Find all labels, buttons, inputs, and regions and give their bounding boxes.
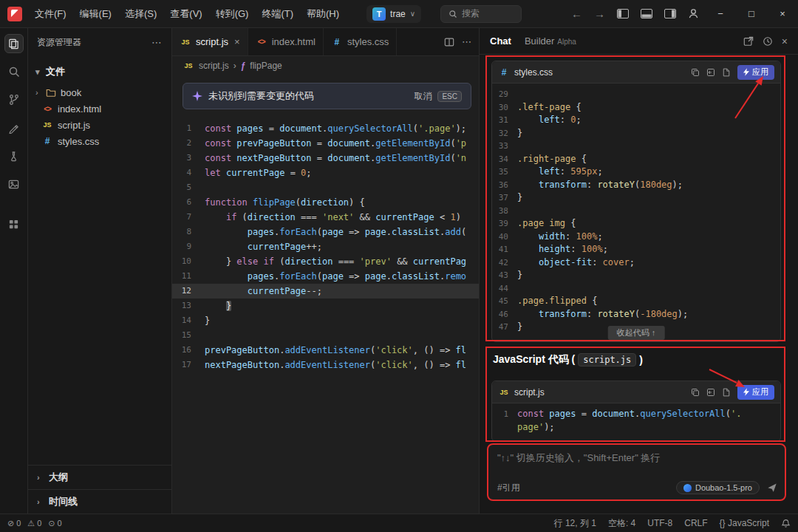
tree-item-book[interactable]: › book bbox=[28, 84, 171, 100]
indentation[interactable]: 空格: 4 bbox=[608, 517, 635, 530]
more-actions-icon[interactable]: ⋯ bbox=[462, 36, 471, 47]
info-status[interactable]: ⊙0 bbox=[48, 519, 61, 528]
encoding[interactable]: UTF-8 bbox=[647, 518, 672, 528]
js-code-card: JS script.js 应用 1const pages = document.… bbox=[491, 381, 781, 442]
back-icon[interactable]: ← bbox=[565, 7, 588, 20]
search-icon[interactable] bbox=[4, 62, 24, 81]
menu-terminal[interactable]: 终端(T) bbox=[255, 4, 300, 24]
esc-key-chip[interactable]: ESC bbox=[437, 91, 462, 102]
chevron-right-icon: › bbox=[37, 473, 43, 482]
image-icon[interactable] bbox=[4, 174, 24, 194]
close-tab-icon[interactable]: × bbox=[234, 36, 240, 47]
language-mode[interactable]: {} JavaScript bbox=[720, 518, 769, 528]
close-panel-icon[interactable]: × bbox=[782, 35, 788, 47]
menu-selection[interactable]: 选择(S) bbox=[118, 4, 163, 24]
bolt-icon bbox=[743, 68, 749, 76]
tree-item-styles-css[interactable]: # styles.css bbox=[28, 133, 171, 149]
account-icon[interactable] bbox=[682, 8, 705, 19]
banner-text: 未识别到需要变更的代码 bbox=[208, 89, 314, 103]
menu-goto[interactable]: 转到(G) bbox=[209, 4, 256, 24]
tab-label: styles.css bbox=[347, 36, 389, 47]
workspace-switcher[interactable]: T trae ∨ bbox=[366, 5, 421, 23]
model-selector[interactable]: Doubao-1.5-pro bbox=[676, 481, 760, 494]
chevron-right-icon: › bbox=[35, 88, 41, 97]
html-file-icon: <> bbox=[41, 105, 53, 113]
menu-file[interactable]: 文件(F) bbox=[28, 4, 73, 24]
insert-code-icon[interactable] bbox=[706, 388, 715, 397]
tab-styles-css[interactable]: # styles.css bbox=[324, 28, 397, 55]
code-editor[interactable]: 1const pages = document.querySelectorAll… bbox=[172, 75, 479, 514]
maximize-button[interactable]: □ bbox=[736, 0, 767, 28]
apps-grid-icon[interactable] bbox=[4, 214, 24, 233]
breadcrumb: JS script.js › ƒ flipPage bbox=[172, 56, 479, 75]
breadcrumb-file[interactable]: script.js bbox=[199, 61, 229, 71]
explorer-icon[interactable] bbox=[4, 34, 24, 53]
split-editor-icon[interactable] bbox=[444, 37, 454, 47]
tab-script-js[interactable]: JS script.js × bbox=[172, 28, 248, 55]
menu-view[interactable]: 查看(V) bbox=[163, 4, 208, 24]
chevron-right-icon: › bbox=[37, 497, 43, 506]
copy-icon[interactable] bbox=[691, 68, 700, 77]
copy-icon[interactable] bbox=[691, 388, 700, 397]
notifications-bell-icon[interactable] bbox=[781, 519, 791, 528]
sidebar-title: 资源管理器 bbox=[37, 36, 81, 49]
ai-banner: 未识别到需要变更的代码 取消 ESC bbox=[183, 83, 471, 109]
alpha-badge: Alpha bbox=[557, 38, 576, 46]
cancel-button[interactable]: 取消 bbox=[414, 90, 432, 103]
reference-button[interactable]: #引用 bbox=[497, 482, 520, 494]
new-chat-icon[interactable] bbox=[743, 36, 754, 47]
titlebar-actions: ← → − □ × bbox=[565, 0, 798, 28]
insert-code-icon[interactable] bbox=[706, 68, 715, 77]
timeline-label: 时间线 bbox=[49, 495, 78, 508]
files-section-header[interactable]: ▾ 文件 bbox=[28, 62, 171, 81]
tree-item-script-js[interactable]: JS script.js bbox=[28, 117, 171, 133]
search-icon bbox=[449, 10, 457, 18]
layout-sidebar-left-icon[interactable] bbox=[611, 9, 635, 18]
apply-button-css[interactable]: 应用 bbox=[737, 65, 774, 80]
editor-group: JS script.js × <> index.html # styles.cs… bbox=[172, 28, 479, 514]
forward-icon[interactable]: → bbox=[588, 7, 611, 20]
chevron-down-icon: ▾ bbox=[35, 67, 41, 77]
tab-index-html[interactable]: <> index.html bbox=[248, 28, 324, 55]
timeline-section[interactable]: › 时间线 bbox=[28, 489, 171, 514]
files-section-label: 文件 bbox=[46, 65, 65, 78]
source-control-icon[interactable] bbox=[4, 90, 24, 109]
app-window: 文件(F) 编辑(E) 选择(S) 查看(V) 转到(G) 终端(T) 帮助(H… bbox=[0, 0, 798, 532]
close-button[interactable]: × bbox=[767, 0, 798, 28]
errors-status[interactable]: ⊘0 bbox=[7, 519, 21, 528]
eol-sequence[interactable]: CRLF bbox=[684, 518, 707, 528]
more-actions-icon[interactable]: ⋯ bbox=[151, 36, 163, 48]
tree-item-index-html[interactable]: <> index.html bbox=[28, 100, 171, 117]
css-file-icon: # bbox=[331, 37, 343, 47]
layout-sidebar-right-icon[interactable] bbox=[658, 9, 682, 18]
breadcrumb-symbol[interactable]: flipPage bbox=[250, 61, 282, 71]
outline-section[interactable]: › 大纲 bbox=[28, 465, 171, 489]
tab-builder[interactable]: Builder Alpha bbox=[525, 35, 576, 47]
css-code-lines: 2930.left-page {31 left: 0;32}3334.right… bbox=[492, 83, 780, 341]
flask-icon[interactable] bbox=[4, 146, 24, 166]
menu-edit[interactable]: 编辑(E) bbox=[73, 4, 118, 24]
tab-chat[interactable]: Chat bbox=[490, 35, 511, 47]
chat-input[interactable]: "↑↓" 切换历史输入，"Shift+Enter" 换行 #引用 Doubao-… bbox=[487, 443, 786, 501]
minimize-button[interactable]: − bbox=[705, 0, 736, 28]
inline-code-chip: script.js bbox=[578, 353, 636, 366]
chat-panel: Chat Builder Alpha × # styles.css bbox=[479, 28, 798, 514]
folder-icon bbox=[46, 88, 56, 97]
error-icon: ⊘ bbox=[7, 519, 14, 528]
history-icon[interactable] bbox=[763, 36, 773, 47]
warnings-status[interactable]: ⚠0 bbox=[27, 519, 41, 528]
new-file-icon[interactable] bbox=[722, 388, 731, 397]
send-icon[interactable] bbox=[767, 482, 777, 493]
css-file-icon: # bbox=[498, 67, 510, 78]
css-code-card: # styles.css 应用 2930.left-page {31 left:… bbox=[491, 61, 781, 342]
menu-help[interactable]: 帮助(H) bbox=[300, 4, 346, 24]
new-file-icon[interactable] bbox=[722, 68, 731, 77]
bolt-icon bbox=[743, 388, 749, 396]
collapse-code-button[interactable]: 收起代码 ↑ bbox=[608, 326, 665, 340]
model-logo-icon bbox=[683, 484, 692, 492]
cursor-position[interactable]: 行 12, 列 1 bbox=[554, 517, 596, 530]
global-search-input[interactable]: 搜索 bbox=[440, 5, 522, 23]
layout-panel-bottom-icon[interactable] bbox=[635, 9, 658, 18]
apply-button-js[interactable]: 应用 bbox=[737, 385, 774, 400]
pen-icon[interactable] bbox=[4, 118, 24, 137]
